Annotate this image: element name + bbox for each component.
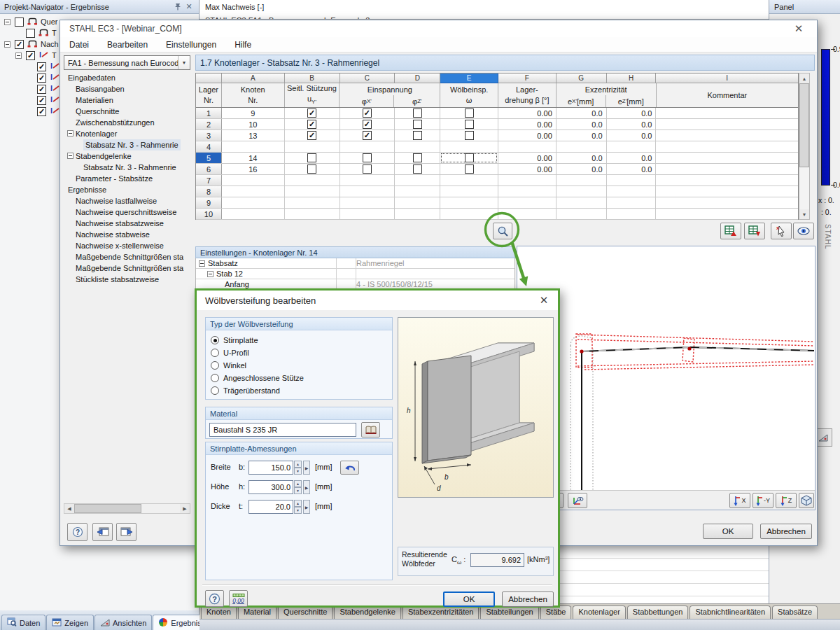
cell-ex[interactable]: 0.0 [556,108,607,118]
column-letter[interactable]: C [340,74,396,83]
checkbox[interactable] [465,108,474,118]
cell-phiz[interactable] [395,197,440,208]
module-nav-item[interactable]: Nachweise x-stellenweise [64,240,190,251]
units-settings-button[interactable]: 0,00 [229,590,248,607]
module-nav-item[interactable]: Stückliste stabsatzweise [64,274,190,285]
expander-icon[interactable] [4,19,10,25]
checkbox[interactable] [307,164,316,174]
cell-phix[interactable] [340,186,396,197]
cell-phiz[interactable] [395,175,440,186]
scrollbar-thumb[interactable] [799,83,809,167]
expander-icon[interactable] [199,260,205,267]
next-window-button[interactable] [116,523,136,541]
checkbox[interactable]: ✓ [307,108,316,118]
cell-ez[interactable] [607,209,657,219]
cell-uy[interactable]: ✓ [285,130,340,141]
module-nav-item[interactable]: Nachweise lastfallweise [64,195,190,206]
cell-lagerdrehung[interactable]: 0.00 [498,108,556,118]
cell-knoten[interactable] [222,186,285,197]
checkbox[interactable]: ✓ [37,62,46,71]
cell-phiz[interactable] [395,130,440,141]
checkbox[interactable] [26,29,35,38]
help-button[interactable]: ? [205,590,224,607]
dialog-titlebar[interactable]: Wölbversteifung bearbeiten [197,290,558,310]
cell-phix[interactable]: ✓ [340,108,396,118]
cell-knoten[interactable] [222,209,285,219]
cell-kommentar[interactable] [656,108,798,118]
checkbox[interactable]: ✓ [363,120,372,129]
status-tab-zeigen[interactable]: Zeigen [46,615,94,630]
checkbox[interactable]: ✓ [37,107,46,116]
radio-icon[interactable] [211,361,219,370]
cell-ex[interactable] [556,175,607,186]
column-letter[interactable]: H [607,74,657,83]
cell-uy[interactable]: ✓ [285,119,340,130]
cell-lagerdrehung[interactable] [498,197,556,208]
cell-phix[interactable] [340,164,396,174]
column-letter[interactable]: D [395,74,440,83]
checkbox[interactable] [413,153,422,162]
cell-phix[interactable]: ✓ [340,119,396,130]
cell-phix[interactable] [340,197,396,208]
scroll-left-icon[interactable]: ◀ [64,504,74,513]
radio-icon[interactable] [211,374,219,382]
chevron-down-icon[interactable]: ▼ [178,56,190,69]
cell-omega[interactable] [440,186,498,197]
cell-kommentar[interactable] [656,186,798,197]
cell-lagerdrehung[interactable]: 0.00 [498,119,556,130]
cell-lagerdrehung[interactable]: 0.00 [498,130,556,141]
cell-ez[interactable]: 0.0 [607,108,657,118]
scroll-up-icon[interactable]: ▲ [799,74,809,83]
cell-ez[interactable] [607,141,657,152]
expander-icon[interactable] [15,52,22,59]
view-direction-icon[interactable] [568,493,587,508]
checkbox[interactable] [465,131,474,140]
cell-ez[interactable]: 0.0 [607,119,657,130]
cell-kommentar[interactable] [656,130,798,141]
checkbox[interactable] [465,164,474,174]
cell-phiz[interactable] [395,108,440,118]
cell-omega[interactable] [440,119,498,130]
status-tab-daten[interactable]: Daten [1,615,46,630]
dim-input[interactable]: 150.0 [248,461,293,475]
cell-omega[interactable] [440,108,498,118]
cell-uy[interactable] [285,175,340,186]
module-nav-item[interactable]: Stabendgelenke [64,150,190,162]
material-input[interactable]: Baustahl S 235 JR [209,423,356,437]
row-number[interactable]: 10 [196,209,222,219]
checkbox[interactable] [465,153,474,162]
cell-omega[interactable] [440,153,498,163]
scrollbar-thumb[interactable] [74,504,141,513]
row-number[interactable]: 2 [196,119,222,130]
cell-phiz[interactable] [395,141,440,152]
cell-knoten[interactable]: 10 [222,119,285,130]
module-nav-item[interactable]: Stabsatz Nr. 3 - Rahmenrie [64,139,190,150]
cell-knoten[interactable]: 16 [222,164,285,174]
stahl-titlebar[interactable]: STAHL EC3 - [Webinar_COM] ✕ [60,20,817,37]
row-number[interactable]: 6 [196,164,222,174]
radio-icon[interactable] [211,349,219,357]
cell-phix[interactable] [340,209,396,219]
expander-icon[interactable] [4,41,10,48]
module-nav-item[interactable]: Nachweise querschnittsweise [64,206,190,218]
module-nav-item[interactable]: Knotenlager [64,128,190,139]
dim-options-icon[interactable]: ▶ [303,480,310,494]
cell-knoten[interactable]: 9 [222,108,285,118]
status-tab-ansichten[interactable]: Ansichten [94,615,152,630]
cell-knoten[interactable] [222,141,285,152]
cell-kommentar[interactable] [656,141,798,152]
close-icon[interactable]: ✕ [183,2,195,12]
module-nav-item[interactable]: Maßgebende Schnittgrößen sta [64,251,190,262]
table-tab[interactable]: Stabnichtlinearitäten [690,606,771,619]
table-tab[interactable]: Knotenlager [573,606,625,619]
cell-phix[interactable] [340,153,396,163]
close-icon[interactable]: ✕ [537,294,551,307]
graphic-preview-panel[interactable]: X -Y Z [517,246,816,510]
column-letter[interactable]: F [498,74,556,83]
radio-icon[interactable] [211,336,219,344]
cell-kommentar[interactable] [656,153,798,163]
cell-kommentar[interactable] [656,197,798,208]
material-library-button[interactable] [361,422,380,438]
result-type-dropdown[interactable]: Max Nachweis [-] [205,3,264,11]
module-nav-item[interactable]: Nachweise stabsatzweise [64,218,190,229]
